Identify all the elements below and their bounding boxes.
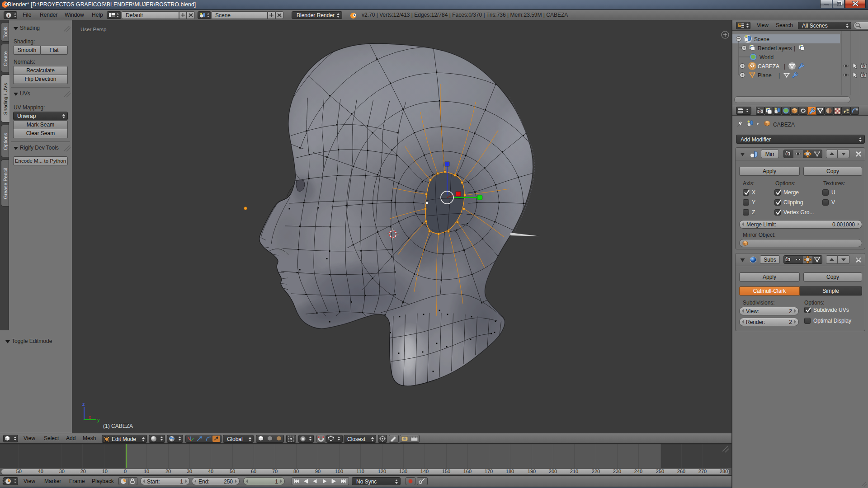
svg-text:y: y [97,417,100,422]
svg-text:CABEZA: CABEZA [773,122,795,128]
svg-text:|: | [794,45,795,52]
svg-text:(1) CABEZA: (1) CABEZA [103,423,133,429]
svg-text:|: | [784,63,785,70]
svg-text:World: World [760,54,774,61]
svg-text:User Persp: User Persp [80,27,107,32]
svg-text:|: | [778,72,780,79]
svg-text:Scene: Scene [754,36,769,42]
svg-text:z: z [82,401,85,407]
svg-text:CABEZA: CABEZA [758,63,779,70]
svg-text:RenderLayers: RenderLayers [758,45,792,52]
svg-text:x: x [89,415,91,420]
svg-text:Plane: Plane [758,72,772,79]
